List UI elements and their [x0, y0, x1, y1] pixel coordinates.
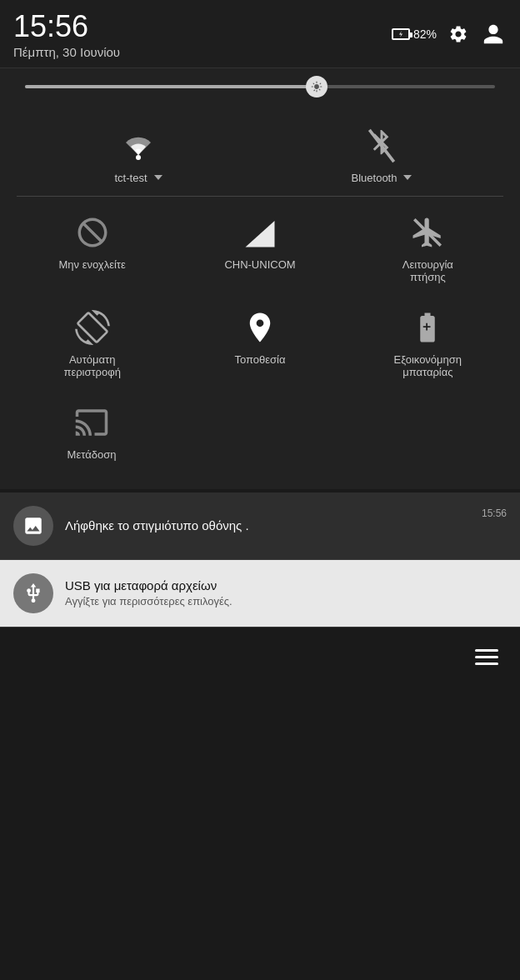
usb-notif-icon	[13, 573, 53, 613]
tiles-row-2: Μην ενοχλείτε CHN-UNICOM	[0, 200, 520, 295]
tiles-row-3: Αυτόματη περιστροφή Τοποθεσία Εξοικονόμη	[0, 295, 520, 390]
svg-rect-6	[475, 649, 498, 652]
tile-autorotate[interactable]: Αυτόματη περιστροφή	[51, 300, 134, 385]
bluetooth-icon	[367, 128, 397, 164]
charging-icon	[397, 30, 405, 38]
tile-location-label: Τοποθεσία	[234, 353, 285, 366]
cast-icon	[74, 405, 109, 440]
menu-button[interactable]	[470, 641, 503, 674]
svg-marker-3	[245, 221, 274, 248]
signal-bars-icon	[242, 215, 278, 250]
usb-notif-subtitle: Αγγίξτε για περισσότερες επιλογές.	[65, 595, 507, 608]
tiles-row-4: Μετάδοση	[0, 390, 520, 472]
date: Πέμπτη, 30 Ιουνίου	[13, 45, 120, 59]
tile-dnd-label: Μην ενοχλείτε	[59, 258, 126, 271]
svg-marker-0	[399, 31, 402, 38]
tile-autorotate-label: Αυτόματη περιστροφή	[54, 353, 131, 378]
tile-dnd[interactable]: Μην ενοχλείτε	[51, 205, 134, 290]
usb-notif-content: USB για μεταφορά αρχείων Αγγίξτε για περ…	[65, 578, 507, 608]
tile-cast-label: Μετάδοση	[68, 448, 117, 461]
battery-indicator: 82%	[392, 28, 437, 41]
screenshot-notif-content: Λήφθηκε το στιγμιότυπο οθόνης .	[65, 518, 470, 532]
tile-airplane-label: Λειτουργία πτήσης	[389, 258, 466, 283]
battery-saver-icon	[410, 310, 445, 345]
tile-signal[interactable]: CHN-UNICOM	[218, 205, 302, 290]
battery-icon	[392, 28, 410, 40]
dnd-icon-wrap	[68, 212, 118, 253]
airplane-icon-wrap	[402, 212, 452, 253]
brightness-row[interactable]	[0, 68, 520, 105]
tile-signal-label: CHN-UNICOM	[224, 258, 295, 271]
bluetooth-icon-wrap	[357, 125, 407, 167]
gear-icon	[448, 24, 468, 44]
brightness-fill	[25, 85, 317, 88]
status-icons-group: 82%	[392, 21, 507, 48]
notification-screenshot[interactable]: Λήφθηκε το στιγμιότυπο οθόνης . 15:56	[0, 492, 520, 560]
tile-location[interactable]: Τοποθεσία	[218, 300, 302, 385]
airplane-mode-icon	[410, 215, 445, 250]
settings-icon-btn[interactable]	[445, 21, 472, 48]
image-icon	[22, 515, 44, 537]
user-icon-btn[interactable]	[480, 21, 507, 48]
tiles-divider-1	[0, 196, 520, 197]
autorotate-icon	[75, 310, 110, 345]
brightness-thumb	[306, 76, 328, 98]
tile-cast[interactable]: Μετάδοση	[50, 395, 133, 468]
signal-icon-wrap	[235, 212, 285, 253]
user-icon	[482, 22, 505, 46]
cast-icon-wrap	[67, 402, 117, 443]
tile-wifi-label: tct-test	[114, 172, 162, 184]
screenshot-notif-time: 15:56	[482, 508, 507, 519]
svg-rect-8	[475, 662, 498, 665]
location-icon	[242, 310, 278, 345]
tile-battery-saver[interactable]: Εξοικονόμηση μπαταρίας	[386, 300, 469, 385]
wifi-dropdown-arrow	[154, 175, 162, 180]
tiles-row-1: tct-test Bluetooth	[0, 113, 520, 196]
autorotate-icon-wrap	[68, 307, 118, 348]
tile-wifi[interactable]: tct-test	[88, 118, 188, 191]
screenshot-notif-icon	[13, 506, 53, 546]
tile-airplane[interactable]: Λειτουργία πτήσης	[386, 205, 469, 290]
svg-point-1	[136, 155, 141, 160]
wifi-icon	[118, 130, 158, 162]
location-icon-wrap	[235, 307, 285, 348]
screenshot-notif-title: Λήφθηκε το στιγμιότυπο οθόνης .	[65, 518, 470, 532]
status-bar: 15:56 Πέμπτη, 30 Ιουνίου 82%	[0, 0, 520, 68]
quick-tiles: tct-test Bluetooth	[0, 105, 520, 489]
bt-dropdown-arrow	[403, 175, 412, 180]
bottom-bar	[0, 628, 520, 688]
battery-saver-icon-wrap	[402, 307, 452, 348]
brightness-sun-icon	[311, 81, 322, 92]
brightness-slider[interactable]	[25, 85, 495, 88]
battery-percent: 82%	[413, 28, 437, 41]
tile-bluetooth[interactable]: Bluetooth	[332, 118, 432, 191]
wifi-icon-wrap	[113, 125, 163, 167]
svg-rect-7	[475, 656, 498, 658]
usb-notif-title: USB για μεταφορά αρχείων	[65, 578, 507, 592]
clock: 15:56	[13, 10, 120, 43]
dnd-icon	[75, 215, 110, 250]
notification-usb[interactable]: USB για μεταφορά αρχείων Αγγίξτε για περ…	[0, 560, 520, 628]
hamburger-icon	[475, 649, 498, 666]
time-date-group: 15:56 Πέμπτη, 30 Ιουνίου	[13, 10, 120, 59]
notification-area: Λήφθηκε το στιγμιότυπο οθόνης . 15:56 US…	[0, 492, 520, 628]
tile-battery-saver-label: Εξοικονόμηση μπαταρίας	[389, 353, 466, 378]
usb-icon	[22, 582, 44, 604]
tile-bluetooth-label: Bluetooth	[352, 172, 412, 184]
